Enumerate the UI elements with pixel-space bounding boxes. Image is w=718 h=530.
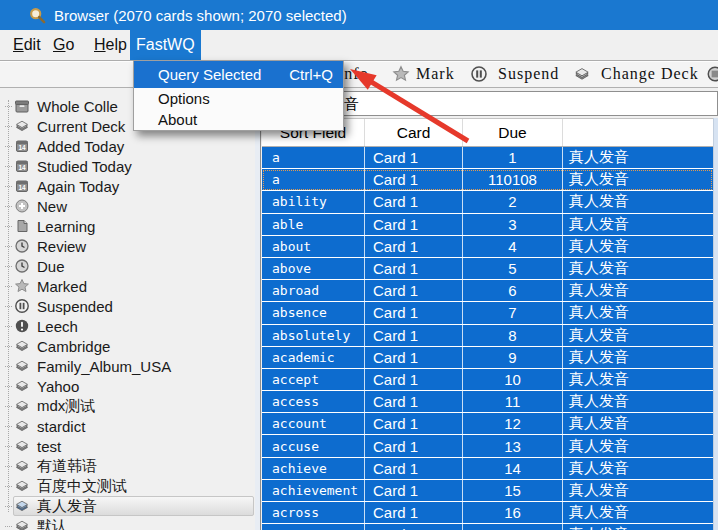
sidebar-item-family-album-usa[interactable]: Family_Album_USA — [0, 356, 255, 376]
toolbar-label-suspend: Suspend — [498, 65, 559, 83]
table-row[interactable]: academicCard 19真人发音 — [262, 347, 713, 369]
cell-card: Card 1 — [365, 413, 463, 434]
deck-icon — [14, 118, 30, 134]
sidebar-item-studied-today[interactable]: 14Studied Today — [0, 156, 255, 176]
sidebar-item-new[interactable]: New — [0, 196, 255, 216]
table-row[interactable]: absolutelyCard 18真人发音 — [262, 325, 713, 347]
table-row[interactable]: achievementCard 115真人发音 — [262, 480, 713, 502]
sidebar-item-yahoo[interactable]: Yahoo — [0, 376, 255, 396]
table-row[interactable]: abilityCard 12真人发音 — [262, 191, 713, 213]
cell-due: 7 — [463, 302, 563, 323]
table-row[interactable]: absenceCard 17真人发音 — [262, 302, 713, 324]
cell-deck: 真人发音 — [563, 458, 713, 479]
sidebar-item-due[interactable]: Due — [0, 256, 255, 276]
menu-item-options[interactable]: Options — [134, 88, 343, 109]
sidebar-item-learning[interactable]: Learning — [0, 216, 255, 236]
page-icon — [14, 218, 30, 234]
sidebar-item-label: 有道韩语 — [37, 457, 97, 476]
table-row[interactable]: aboutCard 14真人发音 — [262, 236, 713, 258]
cell-due: 16 — [463, 502, 563, 523]
cell-sort: able — [262, 214, 365, 235]
menu-item-query-selected[interactable]: Query SelectedCtrl+Q — [134, 61, 343, 88]
cell-card: Card 1 — [365, 347, 463, 368]
cell-card: Card 1 — [365, 502, 463, 523]
cell-deck: 真人发音 — [563, 325, 713, 346]
table-scrollbar[interactable] — [713, 118, 718, 530]
sidebar-item-label: Current Deck — [37, 118, 125, 135]
table-row[interactable]: acceptCard 110真人发音 — [262, 369, 713, 391]
sidebar-item-review[interactable]: Review — [0, 236, 255, 256]
sidebar-item-stardict[interactable]: stardict — [0, 416, 255, 436]
sidebar-item-item[interactable]: 有道韩语 — [0, 456, 255, 476]
sidebar-item-item[interactable]: 默认 — [0, 516, 255, 530]
table-row[interactable]: actCard 117真人发音 — [262, 524, 713, 530]
menubar: EditGoHelpFastWQ — [0, 30, 718, 60]
column-header-due[interactable]: Due — [463, 119, 563, 146]
star-icon — [392, 65, 410, 83]
cell-deck: 真人发音 — [563, 413, 713, 434]
table-row[interactable]: aboveCard 15真人发音 — [262, 258, 713, 280]
deck-icon — [14, 438, 30, 454]
table-row[interactable]: aCard 1110108真人发音 — [262, 169, 713, 191]
menu-item-about[interactable]: About — [134, 109, 343, 130]
sidebar-item-label: Family_Album_USA — [37, 358, 171, 375]
sidebar-item-marked[interactable]: Marked — [0, 276, 255, 296]
cell-deck: 真人发音 — [563, 369, 713, 390]
sidebar-item-cambridge[interactable]: Cambridge — [0, 336, 255, 356]
sidebar-item-label: mdx测试 — [37, 397, 95, 416]
cell-due: 3 — [463, 214, 563, 235]
deck-icon — [14, 518, 30, 530]
cell-due: 11 — [463, 391, 563, 412]
cell-sort: abroad — [262, 280, 365, 301]
collection-icon — [14, 98, 30, 114]
menubar-item-fastwq[interactable]: FastWQ — [130, 30, 201, 60]
table-row[interactable]: ableCard 13真人发音 — [262, 214, 713, 236]
table-row[interactable]: accuseCard 113真人发音 — [262, 435, 713, 457]
cell-sort: accept — [262, 369, 365, 390]
sidebar-item-leech[interactable]: Leech — [0, 316, 255, 336]
cell-deck: 真人发音 — [563, 302, 713, 323]
table-row[interactable]: accessCard 111真人发音 — [262, 391, 713, 413]
cell-card: Card 1 — [365, 391, 463, 412]
deck-icon — [14, 338, 30, 354]
cell-card: Card 1 — [365, 369, 463, 390]
cell-deck: 真人发音 — [563, 169, 713, 190]
sidebar-splitter[interactable] — [255, 88, 261, 530]
menubar-item-help[interactable]: Help — [88, 30, 133, 60]
table-row[interactable]: aCard 11真人发音 — [262, 147, 713, 169]
menubar-item-go[interactable]: Go — [47, 30, 80, 60]
cell-deck: 真人发音 — [563, 502, 713, 523]
sidebar-item-item[interactable]: 百度中文测试 — [0, 476, 255, 496]
sidebar-item-test[interactable]: test — [0, 436, 255, 456]
menu-item-label: Options — [158, 90, 210, 107]
deck-icon — [14, 398, 30, 414]
toolbar: iInfoMarkSuspendChange Deck — [0, 60, 718, 88]
toolbar-label-mark: Mark — [416, 65, 455, 83]
sidebar-item-again-today[interactable]: 14Again Today — [0, 176, 255, 196]
cell-sort: across — [262, 502, 365, 523]
sidebar-item-label: Leech — [37, 318, 78, 335]
clipped-icon — [706, 65, 718, 83]
card-table: Sort FieldCardDue aCard 11真人发音aCard 1110… — [262, 118, 718, 530]
sidebar-item-suspended[interactable]: Suspended — [0, 296, 255, 316]
calendar-icon: 14 — [14, 138, 30, 154]
menubar-item-edit[interactable]: Edit — [7, 30, 47, 60]
plus-icon — [14, 198, 30, 214]
sidebar-item-item[interactable]: 真人发音 — [0, 496, 255, 516]
cell-due: 8 — [463, 325, 563, 346]
sidebar-item-added-today[interactable]: 14Added Today — [0, 136, 255, 156]
sidebar-item-label: Cambridge — [37, 338, 110, 355]
column-header-card[interactable]: Card — [365, 119, 463, 146]
column-header-blank[interactable] — [563, 119, 713, 146]
cell-due: 15 — [463, 480, 563, 501]
table-row[interactable]: accountCard 112真人发音 — [262, 413, 713, 435]
cell-card: Card 1 — [365, 302, 463, 323]
table-row[interactable]: achieveCard 114真人发音 — [262, 458, 713, 480]
table-row[interactable]: abroadCard 16真人发音 — [262, 280, 713, 302]
sidebar-item-mdx[interactable]: mdx测试 — [0, 396, 255, 416]
cell-deck: 真人发音 — [563, 258, 713, 279]
table-row[interactable]: acrossCard 116真人发音 — [262, 502, 713, 524]
fastwq-menu: Query SelectedCtrl+QOptionsAbout — [133, 60, 344, 131]
menu-item-label: About — [158, 111, 197, 128]
calendar-icon: 14 — [14, 158, 30, 174]
